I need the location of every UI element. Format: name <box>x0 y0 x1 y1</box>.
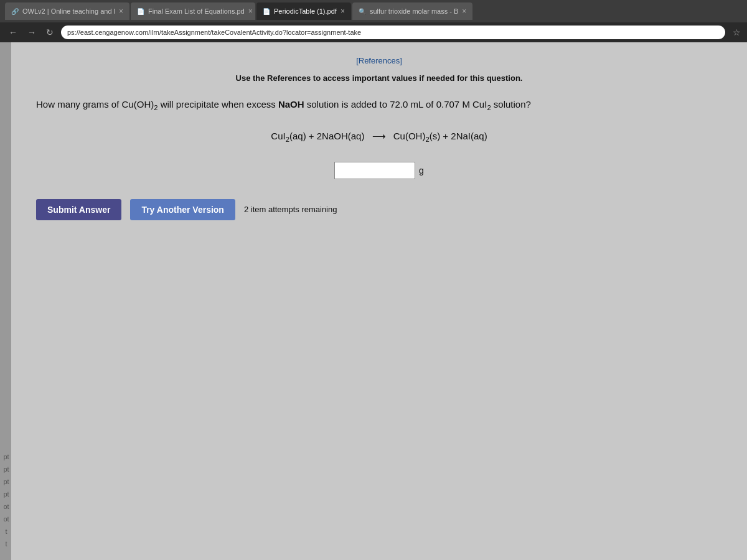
question-area: How many grams of Cu(OH)2 will precipita… <box>36 98 722 113</box>
tab-close-periodictable[interactable]: × <box>341 7 345 16</box>
sidebar-label-t1: t <box>4 528 7 535</box>
reactant1: CuI2(aq) + 2NaOH(aq) <box>271 131 364 141</box>
forward-button[interactable]: → <box>25 26 39 39</box>
answer-area: g <box>36 162 722 179</box>
unit-label: g <box>419 166 424 175</box>
tab-icon-periodictable: 📄 <box>263 8 270 15</box>
tab-icon-finalexam: 📄 <box>137 8 144 15</box>
content-panel: [References] Use the References to acces… <box>11 42 747 233</box>
submit-answer-button[interactable]: Submit Answer <box>36 199 121 220</box>
equation-area: CuI2(aq) + 2NaOH(aq) ⟶ Cu(OH)2(s) + 2NaI… <box>36 131 722 143</box>
back-button[interactable]: ← <box>6 26 20 39</box>
tab-label-sulfur: sulfur trioxide molar mass - B <box>370 7 458 15</box>
address-bar[interactable]: ps://east.cengagenow.com/ilrn/takeAssign… <box>61 26 725 39</box>
left-sidebar: pt pt pt pt ot ot t t <box>0 42 11 560</box>
sidebar-label-ot1: ot <box>2 503 9 510</box>
tab-owlv2[interactable]: 🔗 OWLv2 | Online teaching and l × <box>5 2 129 20</box>
sidebar-label-pt3: pt <box>2 478 9 485</box>
answer-input[interactable] <box>334 162 415 179</box>
tab-label-periodictable: PeriodicTable (1).pdf <box>274 7 337 15</box>
tab-close-owlv2[interactable]: × <box>119 7 123 16</box>
tab-close-finalexam[interactable]: × <box>248 7 253 16</box>
bookmark-icon[interactable]: ☆ <box>733 27 741 37</box>
address-text: ps://east.cengagenow.com/ilrn/takeAssign… <box>67 29 361 36</box>
tab-finalexam[interactable]: 📄 Final Exam List of Equations.pd × <box>131 2 255 20</box>
tab-icon-sulfur: 🔍 <box>359 8 366 15</box>
references-bar: [References] <box>36 55 722 66</box>
tab-bar: 🔗 OWLv2 | Online teaching and l × 📄 Fina… <box>5 0 742 22</box>
products: Cu(OH)2(s) + 2NaI(aq) <box>393 131 487 141</box>
reaction-arrow: ⟶ <box>372 131 386 141</box>
tab-icon-owlv2: 🔗 <box>11 8 19 15</box>
sidebar-label-pt1: pt <box>2 453 9 460</box>
address-bar-row: ← → ↻ ps://east.cengagenow.com/ilrn/take… <box>0 22 747 42</box>
tab-close-sulfur[interactable]: × <box>462 7 466 16</box>
tab-label-finalexam: Final Exam List of Equations.pd <box>148 7 245 15</box>
buttons-row: Submit Answer Try Another Version 2 item… <box>36 199 722 220</box>
main-content: pt pt pt pt ot ot t t [References] Use t… <box>0 42 747 560</box>
tab-sulfur[interactable]: 🔍 sulfur trioxide molar mass - B × <box>352 2 472 20</box>
sidebar-label-pt2: pt <box>2 465 9 473</box>
tab-periodictable[interactable]: 📄 PeriodicTable (1).pdf × <box>256 2 351 20</box>
try-another-version-button[interactable]: Try Another Version <box>130 199 235 220</box>
sidebar-label-ot2: ot <box>2 515 9 523</box>
tab-label-owlv2: OWLv2 | Online teaching and l <box>22 7 115 15</box>
sidebar-label-pt4: pt <box>2 490 9 498</box>
browser-chrome: 🔗 OWLv2 | Online teaching and l × 📄 Fina… <box>0 0 747 22</box>
sidebar-label-t2: t <box>4 540 7 548</box>
attempts-remaining-text: 2 item attempts remaining <box>244 205 337 214</box>
reload-button[interactable]: ↻ <box>44 26 56 39</box>
question-text: How many grams of Cu(OH)2 will precipita… <box>36 98 722 113</box>
references-note: Use the References to access important v… <box>36 73 722 83</box>
references-link[interactable]: [References] <box>356 56 402 65</box>
